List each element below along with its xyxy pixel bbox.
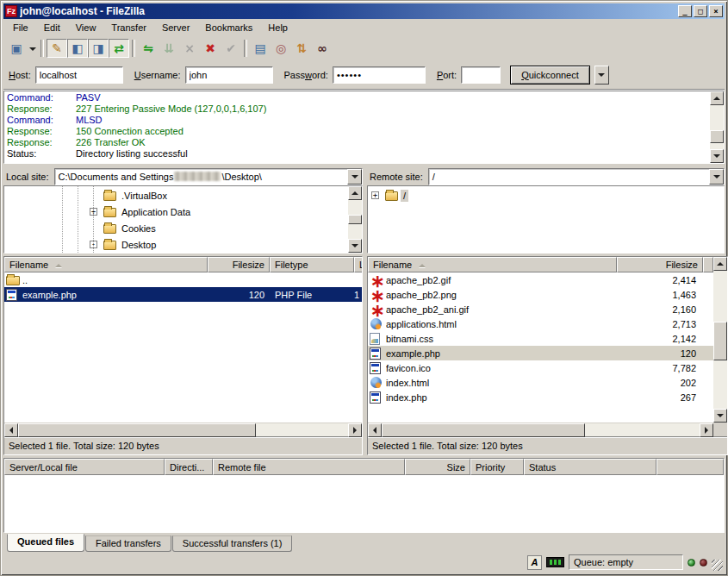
menu-item[interactable]: Help <box>260 20 296 35</box>
scrollbar-thumb[interactable] <box>382 423 585 437</box>
close-button[interactable]: × <box>709 5 723 17</box>
toggle-message-log-button[interactable]: ✎ <box>47 39 67 58</box>
filter-button[interactable]: ▤ <box>250 39 271 58</box>
local-file-list[interactable]: Filename Filesize Filetype L .. example.… <box>3 256 363 455</box>
site-manager-dropdown[interactable] <box>27 39 38 58</box>
scroll-right-icon[interactable] <box>348 423 362 437</box>
file-row[interactable]: index.php 267 <box>368 390 713 404</box>
reconnect-button[interactable]: ✔ <box>221 39 241 58</box>
combo-dropdown-icon[interactable] <box>709 169 724 185</box>
file-row[interactable]: .. <box>4 272 362 287</box>
column-header-status[interactable]: Status <box>524 459 656 475</box>
menu-item[interactable]: File <box>5 20 36 35</box>
column-header-filetype[interactable]: Filetype <box>270 257 354 272</box>
file-row[interactable]: example.php 120 <box>368 346 713 360</box>
column-header-filename[interactable]: Filename <box>4 257 208 272</box>
local-directory-tree[interactable]: .VirtualBox + Application Data Cookies -… <box>3 185 363 254</box>
local-tree-scrollbar[interactable] <box>348 186 362 253</box>
file-row[interactable]: apache_pb2.gif 2,414 <box>368 272 713 287</box>
file-row[interactable]: favicon.ico 7,782 <box>368 360 713 375</box>
file-row[interactable]: example.php 120 PHP File 1 <box>4 287 362 302</box>
cancel-button[interactable]: × <box>179 39 200 58</box>
menu-item[interactable]: View <box>68 20 104 35</box>
disconnect-button[interactable]: ✖ <box>200 39 221 58</box>
resize-grip[interactable] <box>712 560 723 571</box>
remote-file-list[interactable]: Filename Filesize apache_pb2.gif 2,414 a… <box>367 256 728 455</box>
sync-browsing-button[interactable]: ⇅ <box>291 39 312 58</box>
remote-directory-tree[interactable]: + / <box>367 185 725 254</box>
scrollbar-thumb[interactable] <box>18 423 256 437</box>
tree-item[interactable]: .VirtualBox <box>4 187 348 203</box>
speed-limit-icon[interactable] <box>546 557 564 567</box>
expander-icon[interactable]: + <box>371 191 379 199</box>
column-header-direction[interactable]: Directi... <box>165 459 213 475</box>
data-type-indicator-icon[interactable]: A <box>527 555 542 570</box>
site-manager-button[interactable]: ▣ <box>6 39 27 58</box>
column-header-priority[interactable]: Priority <box>470 459 524 475</box>
remote-list-vscrollbar[interactable] <box>713 257 727 423</box>
column-header-filename[interactable]: Filename <box>368 257 617 272</box>
log-lines: Command: PASV Response: 227 Entering Pas… <box>4 91 710 163</box>
menu-item[interactable]: Bookmarks <box>197 20 260 35</box>
log-scrollbar[interactable] <box>710 91 724 163</box>
scrollbar-thumb[interactable] <box>710 130 724 143</box>
queue-tab[interactable]: Queued files <box>7 534 84 552</box>
scrollbar-thumb[interactable] <box>348 215 362 224</box>
file-row[interactable]: applications.html 2,713 <box>368 316 713 331</box>
combo-dropdown-icon[interactable] <box>347 169 362 185</box>
toolbar-button[interactable] <box>132 40 135 57</box>
tree-item[interactable]: - Desktop <box>4 236 348 253</box>
search-button[interactable]: ∞ <box>312 39 333 58</box>
scroll-down-icon[interactable] <box>713 409 727 423</box>
refresh-button[interactable]: ⇋ <box>138 39 159 58</box>
menu-item[interactable]: Edit <box>36 20 68 35</box>
column-header-modified[interactable]: L <box>354 257 363 272</box>
file-row[interactable]: index.html 202 <box>368 375 713 390</box>
remote-site-combo[interactable]: / <box>428 168 725 185</box>
scroll-right-icon[interactable] <box>700 423 713 437</box>
scroll-down-icon[interactable] <box>348 239 362 253</box>
quickconnect-dropdown-button[interactable] <box>594 66 609 85</box>
local-site-combo[interactable]: C:\Documents and Settings\Desktop\ <box>54 168 363 185</box>
queue-list[interactable] <box>4 475 724 532</box>
toggle-local-tree-button[interactable]: ◧ <box>67 39 88 58</box>
scroll-down-icon[interactable] <box>710 149 724 163</box>
scroll-up-icon[interactable] <box>713 257 727 271</box>
toggle-remote-tree-button[interactable]: ◨ <box>88 39 109 58</box>
queue-tab[interactable]: Successful transfers (1) <box>172 535 293 552</box>
menu-item[interactable]: Transfer <box>103 20 154 35</box>
maximize-button[interactable]: □ <box>694 5 707 17</box>
username-input[interactable] <box>185 66 273 84</box>
scroll-up-icon[interactable] <box>710 91 724 105</box>
file-row[interactable]: apache_pb2.png 1,463 <box>368 287 713 302</box>
toggle-queue-button[interactable]: ⇄ <box>109 39 129 58</box>
column-header-server-local-file[interactable]: Server/Local file <box>4 459 165 475</box>
scroll-left-icon[interactable] <box>4 423 18 437</box>
password-input[interactable] <box>333 66 426 84</box>
column-header-remote-file[interactable]: Remote file <box>213 459 405 475</box>
tree-item[interactable]: + Application Data <box>4 203 348 220</box>
file-row[interactable]: bitnami.css 2,142 <box>368 331 713 346</box>
host-input[interactable] <box>35 66 123 84</box>
scrollbar-thumb[interactable] <box>713 322 727 360</box>
scroll-up-icon[interactable] <box>348 186 362 200</box>
toolbar-button[interactable] <box>244 40 247 57</box>
toolbar-button[interactable] <box>40 40 44 57</box>
file-row[interactable]: apache_pb2_ani.gif 2,160 <box>368 302 713 316</box>
local-list-hscrollbar[interactable] <box>4 423 362 437</box>
scroll-left-icon[interactable] <box>368 423 382 437</box>
compare-button[interactable]: ◎ <box>271 39 291 58</box>
port-input[interactable] <box>461 66 501 84</box>
remote-list-hscrollbar[interactable] <box>368 423 713 437</box>
queue-tab[interactable]: Failed transfers <box>85 535 171 552</box>
menu-item[interactable]: Server <box>154 20 197 35</box>
column-header-filesize[interactable]: Filesize <box>617 257 703 272</box>
minimize-button[interactable]: _ <box>678 5 692 17</box>
column-header-size[interactable]: Size <box>405 459 470 475</box>
tree-item[interactable]: Cookies <box>4 220 348 236</box>
quickconnect-button[interactable]: Quickconnect <box>510 66 590 85</box>
column-header-filesize[interactable]: Filesize <box>208 257 270 272</box>
title-bar[interactable]: Fz john@localhost - FileZilla _ □ × <box>3 3 725 19</box>
process-queue-button[interactable]: ⇊ <box>159 39 179 58</box>
tree-item[interactable]: + / <box>368 187 724 203</box>
